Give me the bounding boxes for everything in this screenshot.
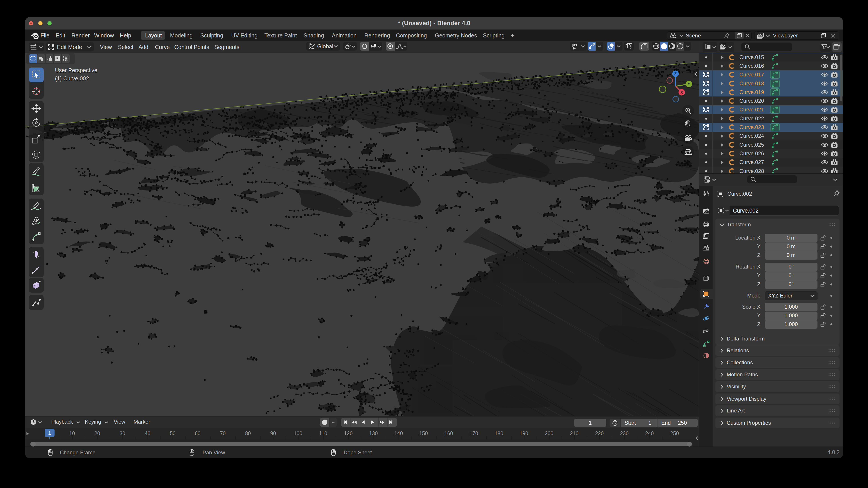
svg-text:Z: Z xyxy=(674,72,677,76)
svg-text:X: X xyxy=(680,90,683,94)
svg-text:Y: Y xyxy=(687,82,690,86)
